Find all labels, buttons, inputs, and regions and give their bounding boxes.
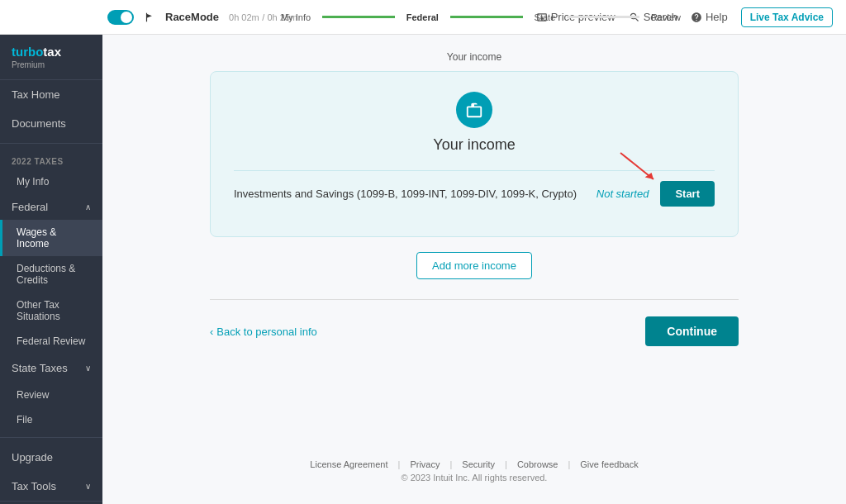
sidebar-section-2022taxes: 2022 TAXES xyxy=(0,149,102,169)
income-card-title: Your income xyxy=(433,136,515,154)
footer: License Agreement | Privacy | Security |… xyxy=(310,449,638,487)
income-row-label: Investments and Savings (1099-B, 1099-IN… xyxy=(234,188,577,200)
income-row: Investments and Savings (1099-B, 1099-IN… xyxy=(234,170,715,216)
live-tax-advice-button[interactable]: Live Tax Advice xyxy=(741,7,833,27)
progress-line-2 xyxy=(450,16,523,18)
svg-marker-1 xyxy=(645,173,654,179)
help-link[interactable]: Help xyxy=(691,11,728,23)
race-mode-toggle[interactable] xyxy=(107,10,134,25)
footer-link-privacy[interactable]: Privacy xyxy=(410,459,440,469)
sidebar-item-tax-home[interactable]: Tax Home xyxy=(0,80,102,109)
sidebar-item-tax-tools[interactable]: Tax Tools ∨ xyxy=(0,472,102,501)
federal-chevron: ∧ xyxy=(85,202,91,212)
sidebar-logo: turbotax Premium xyxy=(0,35,102,80)
race-mode-section: RaceMode 0h 02m / 0h 25m xyxy=(107,10,297,25)
race-mode-label: RaceMode xyxy=(165,11,219,23)
state-taxes-chevron: ∨ xyxy=(85,364,91,373)
sidebar-item-upgrade[interactable]: Upgrade xyxy=(0,443,102,472)
sidebar-item-federal[interactable]: Federal ∧ xyxy=(0,194,102,220)
income-icon-circle xyxy=(456,92,492,128)
step-review: Review xyxy=(651,12,681,22)
sidebar-item-deductions[interactable]: Deductions & Credits xyxy=(0,256,102,292)
start-button[interactable]: Start xyxy=(660,181,715,207)
bottom-nav: ‹ Back to personal info Continue xyxy=(210,316,739,346)
add-more-income-button[interactable]: Add more income xyxy=(416,252,532,279)
tax-tools-chevron: ∨ xyxy=(85,482,91,491)
step-state: State xyxy=(535,12,556,22)
step-federal: Federal xyxy=(406,12,439,22)
not-started-label: Not started xyxy=(596,188,649,200)
top-bar: RaceMode 0h 02m / 0h 25m My Info Federal… xyxy=(0,0,846,35)
help-label: Help xyxy=(706,11,728,23)
footer-copyright: © 2023 Intuit Inc. All rights reserved. xyxy=(310,473,638,483)
sidebar-item-wages-income[interactable]: Wages & Income xyxy=(0,220,102,256)
logo-sub: Premium xyxy=(12,60,91,69)
progress-line-3 xyxy=(567,16,639,18)
sidebar-item-review[interactable]: Review xyxy=(0,383,102,407)
footer-link-license[interactable]: License Agreement xyxy=(310,459,387,469)
section-divider xyxy=(210,299,739,300)
back-chevron-icon: ‹ xyxy=(210,326,213,338)
race-mode-icon xyxy=(144,12,155,23)
income-row-right: Not started Start xyxy=(596,181,715,207)
footer-link-feedback[interactable]: Give feedback xyxy=(580,459,638,469)
sidebar-item-federal-review[interactable]: Federal Review xyxy=(0,329,102,354)
footer-link-cobrowse[interactable]: Cobrowse xyxy=(517,459,558,469)
sidebar-item-other-tax[interactable]: Other Tax Situations xyxy=(0,292,102,329)
sidebar-bottom: Intuit Account Cambiar a español Sign Ou… xyxy=(0,501,102,504)
main-content: Your income Your income Investments and … xyxy=(102,35,846,504)
back-to-personal-info-link[interactable]: ‹ Back to personal info xyxy=(210,326,317,338)
continue-button[interactable]: Continue xyxy=(645,316,739,346)
sidebar-item-file[interactable]: File xyxy=(0,407,102,432)
page-title-small: Your income xyxy=(447,51,501,63)
svg-line-0 xyxy=(620,153,654,179)
sidebar: turbotax Premium Tax Home Documents 2022… xyxy=(0,35,102,504)
sidebar-item-documents[interactable]: Documents xyxy=(0,109,102,138)
back-label: Back to personal info xyxy=(216,326,316,338)
income-card-header: Your income xyxy=(234,92,715,154)
step-myinfo: My Info xyxy=(281,12,311,22)
sidebar-item-myinfo[interactable]: My Info xyxy=(0,169,102,194)
progress-nav: My Info Federal State Review xyxy=(281,12,681,22)
main-layout: turbotax Premium Tax Home Documents 2022… xyxy=(0,35,846,504)
timer-value: 0h 02m xyxy=(229,12,259,22)
progress-line-1 xyxy=(322,16,395,18)
logo-text: turbotax xyxy=(12,45,91,59)
sidebar-item-state-taxes[interactable]: State Taxes ∨ xyxy=(0,354,102,383)
income-card: Your income Investments and Savings (109… xyxy=(210,71,739,237)
footer-link-security[interactable]: Security xyxy=(462,459,495,469)
footer-links: License Agreement | Privacy | Security |… xyxy=(310,459,638,469)
red-arrow-annotation xyxy=(615,150,665,183)
